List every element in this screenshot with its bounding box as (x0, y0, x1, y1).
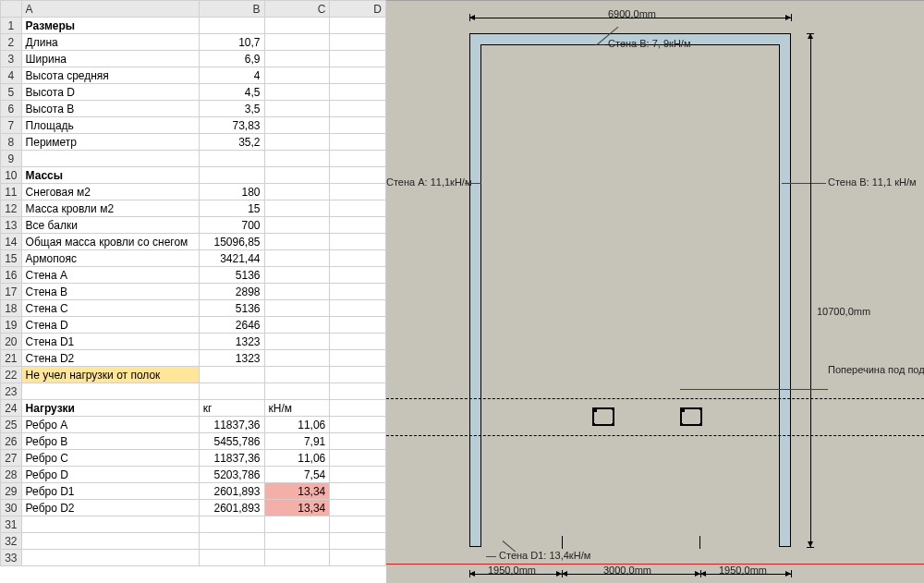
cell[interactable]: 3421,44 (199, 250, 264, 267)
cell[interactable]: Размеры (21, 18, 199, 34)
cell[interactable] (264, 284, 330, 300)
cell[interactable] (264, 51, 330, 67)
corner-cell[interactable] (1, 1, 22, 18)
cell[interactable] (264, 34, 330, 51)
table-row[interactable]: 6Высота B3,5 (1, 101, 386, 117)
cell[interactable]: Не учел нагрузки от полок (21, 367, 199, 383)
cell[interactable] (264, 151, 330, 167)
cell[interactable]: 11,06 (264, 417, 330, 433)
cell[interactable]: Ребро D2 (21, 500, 199, 516)
cell[interactable]: кН/м (264, 400, 330, 417)
table-row[interactable]: 20Стена D11323 (1, 334, 386, 350)
cell[interactable] (199, 383, 264, 400)
cell[interactable] (330, 184, 386, 200)
cell[interactable] (264, 67, 330, 84)
row-header[interactable]: 23 (1, 383, 22, 400)
row-header[interactable]: 14 (1, 234, 22, 250)
cell[interactable] (264, 267, 330, 284)
cell[interactable] (199, 151, 264, 167)
row-header[interactable]: 30 (1, 500, 22, 516)
cell[interactable] (264, 550, 330, 566)
row-header[interactable]: 7 (1, 117, 22, 134)
cell[interactable] (330, 101, 386, 117)
cell[interactable]: 5136 (199, 300, 264, 317)
cell[interactable] (21, 550, 199, 566)
cell[interactable]: Ребро B (21, 433, 199, 450)
cell[interactable]: 7,91 (264, 433, 330, 450)
cell[interactable]: Масса кровли м2 (21, 200, 199, 217)
row-header[interactable]: 20 (1, 334, 22, 350)
cell[interactable] (330, 18, 386, 34)
cell[interactable]: 2601,893 (199, 483, 264, 500)
cell[interactable] (330, 134, 386, 151)
cell[interactable] (330, 350, 386, 367)
cell[interactable] (330, 317, 386, 334)
cell[interactable] (264, 300, 330, 317)
table-row[interactable]: 23 (1, 383, 386, 400)
row-header[interactable]: 22 (1, 367, 22, 383)
cell[interactable] (330, 267, 386, 284)
cell[interactable]: 180 (199, 184, 264, 200)
cell[interactable] (264, 250, 330, 267)
row-header[interactable]: 1 (1, 18, 22, 34)
table-row[interactable]: 25Ребро A11837,3611,06 (1, 417, 386, 433)
row-header[interactable]: 29 (1, 483, 22, 500)
cell[interactable]: 5203,786 (199, 467, 264, 483)
cell[interactable] (264, 317, 330, 334)
cell[interactable] (330, 284, 386, 300)
cell[interactable] (21, 516, 199, 533)
cell[interactable]: 5455,786 (199, 433, 264, 450)
cell[interactable] (199, 167, 264, 184)
row-header[interactable]: 26 (1, 433, 22, 450)
cell[interactable]: Длина (21, 34, 199, 51)
cell[interactable] (264, 350, 330, 367)
cell[interactable] (21, 383, 199, 400)
cell[interactable] (330, 51, 386, 67)
table-row[interactable]: 17Стена B2898 (1, 284, 386, 300)
table-row[interactable]: 31 (1, 516, 386, 533)
cell[interactable] (330, 234, 386, 250)
table-row[interactable]: 9 (1, 151, 386, 167)
row-header[interactable]: 21 (1, 350, 22, 367)
row-header[interactable]: 6 (1, 101, 22, 117)
table-row[interactable]: 5Высота D4,5 (1, 84, 386, 101)
cell[interactable] (330, 300, 386, 317)
row-header[interactable]: 16 (1, 267, 22, 284)
cell[interactable] (264, 234, 330, 250)
cell[interactable] (21, 533, 199, 550)
cell[interactable] (264, 217, 330, 234)
cell[interactable] (264, 84, 330, 101)
cell[interactable]: 73,83 (199, 117, 264, 134)
table-row[interactable]: 2Длина10,7 (1, 34, 386, 51)
cell[interactable]: 11837,36 (199, 417, 264, 433)
cell[interactable]: Все балки (21, 217, 199, 234)
cell[interactable] (330, 433, 386, 450)
cell[interactable] (264, 334, 330, 350)
cell[interactable]: Общая масса кровли со снегом (21, 234, 199, 250)
cell[interactable] (330, 167, 386, 184)
table-row[interactable]: 18Стена C5136 (1, 300, 386, 317)
cell[interactable]: Снеговая м2 (21, 184, 199, 200)
cell[interactable]: Нагрузки (21, 400, 199, 417)
cell[interactable]: 6,9 (199, 51, 264, 67)
col-header-A[interactable]: A (21, 1, 199, 18)
row-header[interactable]: 4 (1, 67, 22, 84)
table-row[interactable]: 1Размеры (1, 18, 386, 34)
row-header[interactable]: 24 (1, 400, 22, 417)
cell[interactable] (330, 516, 386, 533)
cell[interactable]: Ширина (21, 51, 199, 67)
cell[interactable] (330, 550, 386, 566)
table-row[interactable]: 14Общая масса кровли со снегом15096,85 (1, 234, 386, 250)
cell[interactable] (330, 67, 386, 84)
cell[interactable]: Высота средняя (21, 67, 199, 84)
cell[interactable]: 11837,36 (199, 450, 264, 467)
cell[interactable]: Ребро A (21, 417, 199, 433)
table-row[interactable]: 29Ребро D12601,89313,34 (1, 483, 386, 500)
cell[interactable]: 2898 (199, 284, 264, 300)
cell[interactable] (264, 184, 330, 200)
cell[interactable]: Стена A (21, 267, 199, 284)
table-row[interactable]: 15Армопояс3421,44 (1, 250, 386, 267)
cell[interactable]: 11,06 (264, 450, 330, 467)
table-row[interactable]: 26Ребро B5455,7867,91 (1, 433, 386, 450)
cell[interactable] (330, 250, 386, 267)
